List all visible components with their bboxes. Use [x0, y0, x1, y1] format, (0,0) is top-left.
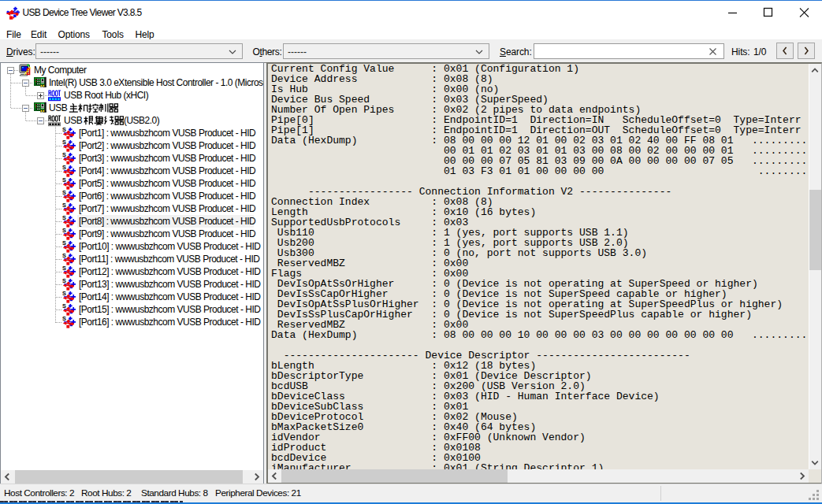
- svg-text:S: S: [62, 291, 66, 297]
- svg-text:S: S: [62, 278, 66, 284]
- svg-text:S: S: [62, 177, 66, 183]
- svg-text:S: S: [62, 202, 66, 209]
- svg-text:S: S: [62, 316, 66, 322]
- svg-text:S: S: [62, 190, 66, 196]
- svg-text:S: S: [62, 165, 66, 171]
- svg-text:S: S: [62, 240, 66, 246]
- svg-text:S: S: [62, 228, 66, 234]
- svg-text:S: S: [62, 265, 66, 272]
- svg-text:S: S: [62, 127, 66, 133]
- svg-text:S: S: [62, 152, 66, 158]
- svg-text:S: S: [62, 303, 66, 309]
- svg-text:S: S: [62, 139, 66, 146]
- svg-text:S: S: [62, 215, 66, 221]
- svg-text:S: S: [62, 253, 66, 259]
